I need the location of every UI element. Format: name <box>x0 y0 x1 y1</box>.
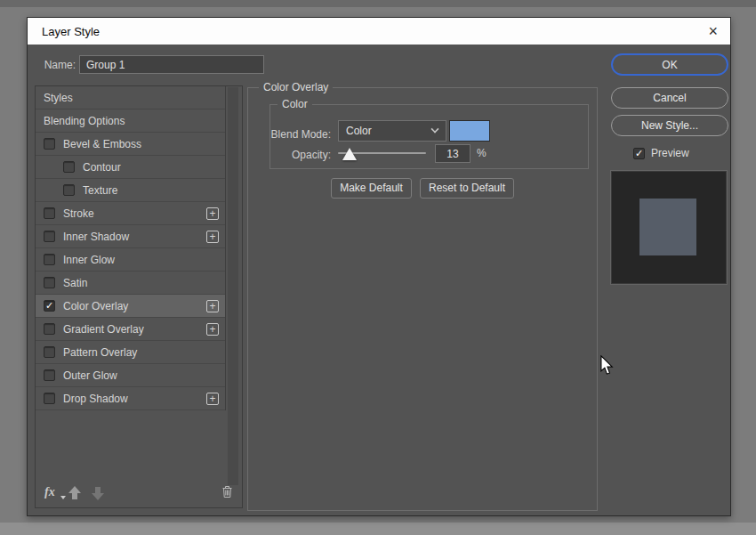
style-checkbox[interactable] <box>44 369 55 381</box>
styles-list-item[interactable]: Styles <box>36 86 225 109</box>
preview-checkbox[interactable]: ✓ <box>633 148 645 159</box>
reset-to-default-button[interactable]: Reset to Default <box>420 178 514 199</box>
styles-list-item[interactable]: Satin <box>36 272 225 295</box>
styles-list-item[interactable]: Inner Shadow+ <box>36 225 225 248</box>
add-instance-icon[interactable]: + <box>206 323 219 336</box>
styles-list-item[interactable]: Drop Shadow+ <box>36 387 225 410</box>
color-section-group: Color Blend Mode: Color Opacity: % <box>269 104 589 169</box>
preview-thumbnail <box>610 170 728 285</box>
style-checkbox[interactable] <box>44 254 55 265</box>
name-label: Name: <box>44 56 76 74</box>
preview-thumbnail-square <box>639 199 696 255</box>
style-label: Outer Glow <box>63 369 117 382</box>
add-instance-icon[interactable]: + <box>206 207 219 220</box>
section-title: Color <box>277 98 312 110</box>
style-checkbox[interactable] <box>44 346 55 358</box>
style-label: Blending Options <box>44 115 125 127</box>
styles-list-item[interactable]: Texture <box>36 179 225 202</box>
style-checkbox[interactable] <box>44 231 55 242</box>
style-label: Styles <box>44 92 73 104</box>
mouse-cursor-icon <box>600 355 614 379</box>
close-icon[interactable]: × <box>708 23 718 39</box>
chevron-down-icon <box>430 125 438 133</box>
style-checkbox[interactable] <box>44 207 55 219</box>
opacity-label: Opacity: <box>270 146 331 165</box>
styles-list-item[interactable]: Blending Options <box>36 109 225 133</box>
style-label: Texture <box>83 184 117 197</box>
style-label: Satin <box>63 277 87 289</box>
fx-menu-icon[interactable]: fx <box>44 485 55 499</box>
style-label: Contour <box>83 161 121 174</box>
move-up-icon[interactable] <box>68 486 82 500</box>
style-checkbox[interactable] <box>44 323 55 335</box>
style-label: Pattern Overlay <box>63 346 137 359</box>
blend-mode-value: Color <box>346 125 431 137</box>
styles-list-item[interactable]: Gradient Overlay+ <box>36 318 225 341</box>
styles-list-item[interactable]: Bevel & Emboss <box>36 133 225 156</box>
add-instance-icon[interactable]: + <box>206 231 219 243</box>
style-checkbox[interactable] <box>44 138 55 150</box>
overlay-color-swatch[interactable] <box>449 120 490 142</box>
styles-list-item[interactable]: Inner Glow <box>36 248 225 272</box>
add-instance-icon[interactable]: + <box>206 393 219 405</box>
styles-list: StylesBlending OptionsBevel & EmbossCont… <box>36 86 226 410</box>
scrollbar-thumb[interactable] <box>228 87 238 485</box>
add-instance-icon[interactable]: + <box>206 300 219 312</box>
style-checkbox[interactable] <box>44 393 55 404</box>
opacity-slider-thumb[interactable] <box>342 148 357 160</box>
layer-style-dialog: Layer Style × Name: StylesBlending Optio… <box>27 17 731 516</box>
styles-panel-footer: fx <box>36 483 242 505</box>
style-label: Bevel & Emboss <box>63 138 141 150</box>
style-checkbox[interactable]: ✓ <box>44 300 55 312</box>
color-overlay-group: Color Overlay Color Blend Mode: Color Op… <box>247 87 598 511</box>
blend-mode-dropdown[interactable]: Color <box>338 120 446 142</box>
desktop-bottom-strip <box>0 523 756 535</box>
styles-list-item[interactable]: Stroke+ <box>36 202 225 225</box>
styles-list-item[interactable]: ✓Color Overlay+ <box>36 295 225 318</box>
style-label: Color Overlay <box>63 300 128 312</box>
move-down-icon[interactable] <box>91 486 105 500</box>
style-label: Gradient Overlay <box>63 323 144 336</box>
dialog-title: Layer Style <box>42 25 708 38</box>
fx-menu-caret-icon <box>60 496 66 499</box>
opacity-unit: % <box>477 144 487 163</box>
titlebar[interactable]: Layer Style × <box>28 18 730 45</box>
make-default-button[interactable]: Make Default <box>331 178 412 199</box>
style-label: Inner Glow <box>63 254 115 266</box>
style-label: Drop Shadow <box>63 393 128 405</box>
opacity-value-input[interactable] <box>435 144 470 163</box>
group-title: Color Overlay <box>259 81 333 93</box>
name-input[interactable] <box>79 55 264 74</box>
style-label: Stroke <box>63 207 94 220</box>
delete-effect-icon[interactable] <box>221 484 234 502</box>
blend-mode-label: Blend Mode: <box>270 124 331 145</box>
styles-list-item[interactable]: Pattern Overlay <box>36 341 225 364</box>
styles-list-item[interactable]: Outer Glow <box>36 364 225 387</box>
desktop-top-strip <box>0 0 756 7</box>
style-checkbox[interactable] <box>63 184 75 196</box>
style-label: Inner Shadow <box>63 231 129 243</box>
styles-panel: StylesBlending OptionsBevel & EmbossCont… <box>35 85 243 508</box>
style-checkbox[interactable] <box>44 277 55 288</box>
new-style-button[interactable]: New Style... <box>611 115 728 136</box>
ok-button[interactable]: OK <box>611 53 728 76</box>
style-checkbox[interactable] <box>63 161 75 173</box>
preview-label: Preview <box>651 147 689 159</box>
styles-list-item[interactable]: Contour <box>36 156 225 179</box>
cancel-button[interactable]: Cancel <box>611 87 728 109</box>
